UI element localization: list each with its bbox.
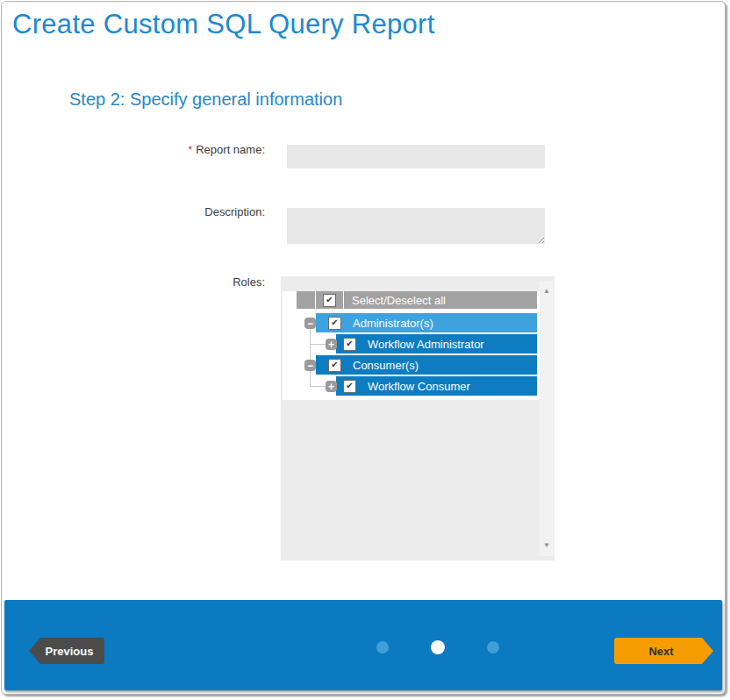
description-label-text: Description: [204,205,265,218]
previous-button[interactable]: Previous [29,638,104,664]
checkmark-icon: ✔ [326,296,333,304]
wizard-panel: Create Custom SQL Query Report Step 2: S… [1,1,726,695]
next-button[interactable]: Next [614,638,713,664]
tree-row-consumers[interactable]: ✔ Consumer(s) [316,355,537,375]
report-name-label-text: Report name: [196,143,265,156]
tree-row-workflow-consumer[interactable]: ✔ Workflow Consumer [336,376,537,396]
select-all-label: Select/Deselect all [344,291,537,309]
workflow-consumer-checkbox[interactable]: ✔ [343,380,356,393]
header-checkbox-cell: ✔ [316,291,343,309]
tree-connector-vertical [310,329,311,387]
tree-row-label: Workflow Administrator [368,338,484,351]
checkmark-icon: ✔ [331,361,338,369]
collapse-expander-icon[interactable]: − [304,360,316,371]
tree-row-label: Administrator(s) [353,317,433,330]
tree-connector-horizontal [310,344,326,345]
pagination-dot-active [431,640,445,654]
roles-tree-header: ✔ Select/Deselect all [297,291,537,309]
required-asterisk: * [189,144,193,156]
scroll-down-icon[interactable]: ▼ [540,542,554,549]
roles-label: Roles: [125,275,265,289]
tree-row-administrators[interactable]: ✔ Administrator(s) [316,313,537,332]
checkmark-icon: ✔ [346,382,353,390]
report-name-input[interactable] [287,145,545,168]
checkmark-icon: ✔ [346,339,353,348]
select-all-checkbox[interactable]: ✔ [323,294,336,307]
step-heading: Step 2: Specify general information [69,89,342,110]
administrators-checkbox[interactable]: ✔ [328,317,341,330]
pagination-dot [376,641,389,654]
tree-row-label: Consumer(s) [353,359,419,372]
tree-connector-horizontal [310,386,326,387]
roles-tree: ✔ Select/Deselect all − + − + ✔ Administ… [281,276,555,561]
wizard-footer: Previous Next [4,600,722,690]
tree-row-label: Workflow Consumer [368,380,470,393]
scroll-up-icon[interactable]: ▲ [540,288,554,295]
tree-row-workflow-administrator[interactable]: ✔ Workflow Administrator [336,334,537,354]
checkmark-icon: ✔ [331,318,338,327]
consumers-checkbox[interactable]: ✔ [328,359,341,372]
expand-expander-icon[interactable]: + [326,339,337,350]
roles-label-text: Roles: [233,275,265,289]
description-input[interactable] [287,208,545,244]
report-name-label: *Report name: [125,143,265,156]
header-blank-cell [297,291,315,309]
expand-expander-icon[interactable]: + [326,381,337,392]
description-label: Description: [125,205,265,218]
pagination-dot [487,641,499,654]
scrollbar-track[interactable]: ▲ ▼ [540,281,554,556]
page-title: Create Custom SQL Query Report [12,9,435,40]
collapse-expander-icon[interactable]: − [304,318,316,329]
workflow-administrator-checkbox[interactable]: ✔ [343,338,356,351]
